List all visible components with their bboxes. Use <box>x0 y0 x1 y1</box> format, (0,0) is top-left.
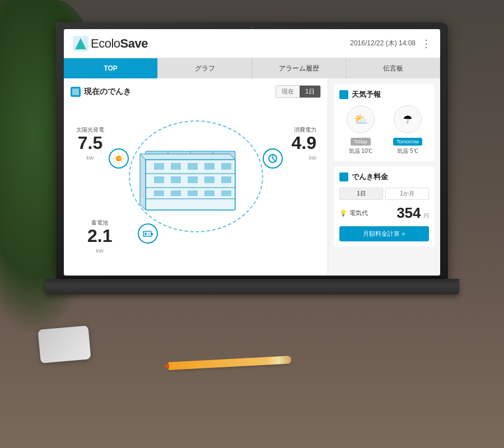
svg-rect-26 <box>221 176 231 183</box>
svg-line-9 <box>115 155 115 155</box>
svg-rect-18 <box>171 163 181 170</box>
svg-marker-37 <box>140 154 235 160</box>
today-badge: Today <box>351 138 371 146</box>
cost-title: でんき料金 <box>352 172 388 182</box>
solar-value: 7.5 <box>76 134 104 152</box>
weather-today: ⛅ Today 気温 10℃ <box>339 105 382 155</box>
today-icon: ⛅ <box>347 105 375 133</box>
header-right: 2016/12/22 (木) 14:08 ⋮ <box>350 38 431 50</box>
weather-tomorrow: ☂ Tomorrow 気温 5℃ <box>386 105 429 155</box>
main-content: 現在のでんき 現在 1日 <box>64 78 440 276</box>
logo-ecolo: Ecolo <box>91 36 120 50</box>
svg-point-4 <box>116 156 122 161</box>
tomorrow-temp: 気温 5℃ <box>386 147 429 155</box>
cost-unit: 円 <box>423 213 429 219</box>
svg-rect-42 <box>148 232 150 235</box>
logo-icon <box>73 36 88 52</box>
consumption-section: 消費電力 4.9 kW <box>292 126 316 162</box>
svg-rect-23 <box>171 176 181 183</box>
cost-label: 💡 電気代 <box>339 209 368 217</box>
logo-save: Save <box>120 36 148 50</box>
cost-section: でんき料金 1日 1か月 💡 <box>334 166 435 247</box>
svg-rect-41 <box>144 232 147 235</box>
svg-rect-24 <box>188 176 198 183</box>
weather-cards: ⛅ Today 気温 10℃ ☂ Tomorrow 気温 5℃ <box>339 105 429 155</box>
panel-title: 現在のでんき <box>71 87 131 97</box>
cost-tab-day[interactable]: 1日 <box>339 188 383 200</box>
laptop-base <box>45 279 459 295</box>
nav-tabs: TOP グラフ アラーム履歴 伝言板 <box>64 58 440 78</box>
battery-value: 2.1 <box>87 227 112 245</box>
tab-graph[interactable]: グラフ <box>158 58 252 78</box>
app-header: EcoloSave 2016/12/22 (木) 14:08 ⋮ <box>64 29 440 58</box>
svg-line-11 <box>115 162 115 162</box>
svg-rect-29 <box>188 190 198 196</box>
time-toggle: 現在 1日 <box>276 85 321 98</box>
svg-rect-25 <box>204 176 214 183</box>
svg-rect-21 <box>221 163 231 170</box>
tab-alarm[interactable]: アラーム履歴 <box>252 58 346 78</box>
cost-header: でんき料金 <box>339 172 429 182</box>
tab-top[interactable]: TOP <box>64 58 158 78</box>
cost-row: 💡 電気代 354 円 <box>339 204 429 222</box>
left-panel: 現在のでんき 現在 1日 <box>64 78 328 276</box>
camera-dot <box>250 26 254 29</box>
menu-icon[interactable]: ⋮ <box>421 38 431 50</box>
laptop-screen: EcoloSave 2016/12/22 (木) 14:08 ⋮ TOP グラフ… <box>64 29 440 276</box>
tab-bulletin[interactable]: 伝言板 <box>346 58 440 78</box>
solar-section: 太陽光発電 7.5 kW <box>76 126 104 162</box>
tomorrow-badge: Tomorrow <box>393 138 422 146</box>
solar-icon <box>109 148 129 169</box>
time-btn-day[interactable]: 1日 <box>300 86 320 97</box>
laptop-lid: EcoloSave 2016/12/22 (木) 14:08 ⋮ TOP グラフ… <box>56 22 448 280</box>
svg-rect-19 <box>188 163 198 170</box>
solar-unit: kW <box>87 155 94 161</box>
cost-section-icon <box>339 172 348 181</box>
svg-marker-36 <box>140 154 146 210</box>
consumption-icon <box>263 148 283 169</box>
today-temp: 気温 10℃ <box>339 147 382 155</box>
cost-tabs: 1日 1か月 <box>339 188 429 200</box>
svg-rect-3 <box>72 88 79 95</box>
svg-rect-30 <box>204 190 214 196</box>
logo-text: EcoloSave <box>91 36 148 51</box>
energy-diagram: 太陽光発電 7.5 kW <box>71 104 321 260</box>
panel-icon <box>71 87 81 97</box>
laptop: EcoloSave 2016/12/22 (木) 14:08 ⋮ TOP グラフ… <box>56 22 459 347</box>
building-illustration <box>134 132 246 221</box>
time-btn-current[interactable]: 現在 <box>276 86 300 97</box>
battery-icon <box>138 223 158 244</box>
bulb-icon: 💡 <box>339 209 347 217</box>
consumption-value: 4.9 <box>292 134 316 152</box>
battery-unit: kW <box>96 248 104 254</box>
weather-section: 天気予報 ⛅ Today 気温 10℃ <box>334 84 435 161</box>
svg-rect-40 <box>151 233 153 235</box>
svg-line-10 <box>122 155 123 155</box>
svg-rect-27 <box>154 190 164 196</box>
datetime-display: 2016/12/22 (木) 14:08 <box>350 39 416 48</box>
app-logo: EcoloSave <box>73 36 148 52</box>
cost-value: 354 <box>396 204 421 221</box>
svg-line-12 <box>122 162 123 162</box>
battery-section: 蓄電池 2.1 kW <box>87 219 112 255</box>
weather-title: 天気予報 <box>352 90 381 100</box>
energy-panel-title: 現在のでんき <box>84 87 131 97</box>
consumption-unit: kW <box>309 155 316 161</box>
svg-rect-28 <box>171 190 181 196</box>
svg-rect-31 <box>221 190 231 196</box>
svg-rect-22 <box>154 176 164 183</box>
weather-header: 天気予報 <box>339 90 429 100</box>
panel-header: 現在のでんき 現在 1日 <box>71 85 321 98</box>
svg-rect-17 <box>154 163 164 170</box>
weather-section-icon <box>339 90 348 99</box>
right-panel: 天気予報 ⛅ Today 気温 10℃ <box>328 78 440 276</box>
calc-button[interactable]: 月額料金計算 » <box>339 226 429 241</box>
tomorrow-icon: ☂ <box>394 105 422 133</box>
svg-rect-20 <box>204 163 214 170</box>
cost-tab-month[interactable]: 1か月 <box>385 188 429 200</box>
